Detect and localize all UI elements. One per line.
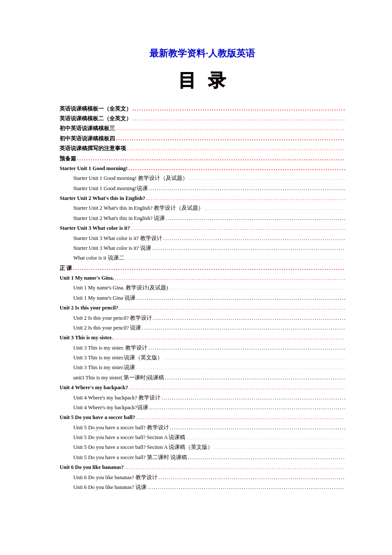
toc-entry[interactable]: Starter Unit 3 What color is it? 说课 bbox=[60, 243, 345, 252]
toc-entry[interactable]: 正 课 bbox=[60, 263, 345, 272]
toc-entry-label: Unit 1 My name's Gina. 教学设计(及试题) bbox=[73, 285, 168, 291]
toc-leader bbox=[159, 474, 345, 479]
toc-leader bbox=[129, 165, 346, 170]
toc-leader bbox=[116, 125, 345, 130]
toc-leader bbox=[127, 145, 345, 150]
toc-entry[interactable]: Unit 3 This is my sister.说课（英文版） bbox=[60, 352, 345, 362]
toc-entry[interactable]: 英语说课稿模板二（全英文） bbox=[60, 113, 345, 123]
toc-heading: 目 录 bbox=[60, 67, 345, 93]
toc-entry-label: Unit 4 Where's my backpack? 教学设计 bbox=[73, 395, 161, 401]
toc-heading-char-2: 录 bbox=[208, 68, 226, 92]
toc-heading-char-1: 目 bbox=[179, 68, 196, 92]
toc-leader bbox=[115, 275, 345, 280]
toc-entry-label: unit3 This is my sister( 第一课时)说课稿 bbox=[73, 375, 164, 381]
toc-entry-label: 英语说课稿撰写的注意事项 bbox=[60, 146, 126, 151]
toc-entry[interactable]: Starter Unit 2 What's this in English? 教… bbox=[60, 203, 345, 213]
toc-entry[interactable]: Unit 5 Do you have a soccer ball? Sectio… bbox=[60, 432, 345, 442]
toc-entry[interactable]: Unit 4 Where's my backpack? 教学设计 bbox=[60, 392, 345, 402]
toc-entry[interactable]: Unit 6 Do you like bananas? bbox=[60, 462, 345, 472]
toc-entry-label: Unit 4 Where's my backpack? bbox=[60, 385, 128, 390]
toc-entry-label: Unit 5 Do you have a soccer ball? 第二课时 说… bbox=[73, 455, 187, 460]
document-main-title: 最新教学资料·人教版英语 bbox=[60, 47, 345, 60]
toc-entry[interactable]: Starter Unit 3 What color is it? bbox=[60, 223, 345, 233]
toc-leader bbox=[148, 344, 345, 350]
toc-leader bbox=[149, 185, 345, 190]
toc-entry-label: Starter Unit 2 What's this in English? 说… bbox=[73, 216, 165, 221]
toc-entry-label: Starter Unit 2 What's this in English? bbox=[60, 196, 145, 201]
toc-entry[interactable]: Unit 2 Is this your pencil? 教学设计 bbox=[60, 312, 345, 322]
toc-entry-label: Starter Unit 3 What color is it? 说课 bbox=[73, 246, 151, 251]
toc-leader bbox=[125, 254, 345, 260]
toc-entry-label: Starter Unit 1 Good morning! 教学设计（及试题） bbox=[73, 176, 188, 181]
toc-entry-label: Unit 5 Do you have a soccer ball? Sectio… bbox=[73, 435, 185, 440]
toc-leader bbox=[119, 304, 345, 310]
toc-leader bbox=[131, 225, 345, 230]
toc-entry[interactable]: Unit 5 Do you have a soccer ball? 教学设计 bbox=[60, 422, 345, 432]
toc-entry[interactable]: Unit 1 My name's Gina. 教学设计(及试题) bbox=[60, 283, 345, 292]
toc-entry[interactable]: Starter Unit 2 What's this in English? bbox=[60, 193, 345, 202]
toc-leader bbox=[165, 374, 345, 379]
toc-entry[interactable]: Starter Unit 2 What's this in English? 说… bbox=[60, 213, 345, 223]
toc-leader bbox=[166, 214, 345, 220]
toc-entry[interactable]: Unit 5 Do you have a soccer ball? 第二课时 说… bbox=[60, 452, 345, 462]
toc-entry-label: Starter Unit 1 Good morning! bbox=[60, 166, 128, 171]
toc-entry-label: Unit 2 Is this your pencil? 教学设计 bbox=[73, 315, 152, 321]
toc-entry[interactable]: Unit 6 Do you like bananas? 说课 bbox=[60, 482, 345, 491]
toc-entry-label: Unit 5 Do you have a soccer ball? Sectio… bbox=[73, 445, 213, 450]
toc-entry-label: Unit 1 My name's Gina. bbox=[60, 275, 114, 281]
toc-entry[interactable]: Unit 1 My name's Gina. bbox=[60, 272, 345, 282]
toc-entry[interactable]: Unit 3 This is my sister. 教学设计 bbox=[60, 342, 345, 352]
toc-leader bbox=[136, 414, 345, 419]
toc-entry[interactable]: Unit 3 This is my sister. bbox=[60, 332, 345, 342]
toc-entry[interactable]: 英语说课稿撰写的注意事项 bbox=[60, 143, 345, 153]
toc-entry-label: What color is it 说课二 bbox=[73, 255, 124, 261]
toc-entry[interactable]: Starter Unit 3 What color is it? 教学设计 bbox=[60, 233, 345, 243]
toc-leader bbox=[116, 135, 345, 140]
toc-entry[interactable]: Unit 2 Is this your pencil? 说课 bbox=[60, 322, 345, 332]
toc-entry[interactable]: Unit 2 Is this your pencil? bbox=[60, 303, 345, 312]
toc-entry[interactable]: 英语说课稿模板一（全英文） bbox=[60, 103, 345, 113]
toc-entry[interactable]: Unit 3 This is my sister.说课 bbox=[60, 362, 345, 372]
toc-entry-label: Starter Unit 1 Good morning!说课 bbox=[73, 186, 148, 191]
toc-entry-label: Unit 6 Do you like bananas? bbox=[60, 465, 124, 470]
document-page: 最新教学资料·人教版英语 目 录 英语说课稿模板一（全英文）英语说课稿模板二（全… bbox=[0, 0, 392, 517]
toc-leader bbox=[186, 434, 345, 439]
toc-entry[interactable]: 预备篇 bbox=[60, 153, 345, 163]
toc-leader bbox=[153, 314, 345, 320]
toc-leader bbox=[113, 334, 345, 340]
toc-entry-label: Unit 3 This is my sister.说课（英文版） bbox=[73, 355, 163, 361]
toc-entry-label: Unit 5 Do you have a soccer ball? 教学设计 bbox=[73, 425, 169, 431]
toc-entry-label: Unit 4 Where's my backpack?说课 bbox=[73, 405, 148, 410]
toc-entry-label: Unit 6 Do you like bananas? 说课 bbox=[73, 485, 147, 490]
toc-leader bbox=[152, 244, 345, 250]
toc-leader bbox=[161, 394, 345, 399]
toc-entry[interactable]: What color is it 说课二 bbox=[60, 253, 345, 263]
toc-entry[interactable]: Unit 1 My name's Gina 说课 bbox=[60, 292, 345, 302]
toc-entry-label: 正 课 bbox=[60, 266, 72, 271]
toc-entry[interactable]: Unit 5 Do you have a soccer ball? Sectio… bbox=[60, 442, 345, 452]
toc-leader bbox=[214, 444, 345, 449]
toc-entry[interactable]: unit3 This is my sister( 第一课时)说课稿 bbox=[60, 372, 345, 382]
toc-entry-label: Unit 2 Is this your pencil? 说课 bbox=[73, 325, 141, 331]
toc-entry-label: Unit 5 Do you have a soccer ball? bbox=[60, 415, 135, 420]
toc-entry[interactable]: Unit 5 Do you have a soccer ball? bbox=[60, 412, 345, 422]
toc-entry[interactable]: 初中英语说课稿模板三 bbox=[60, 123, 345, 133]
toc-leader bbox=[133, 115, 345, 121]
toc-entry[interactable]: Unit 4 Where's my backpack? bbox=[60, 382, 345, 392]
toc-entry[interactable]: Unit 6 Do you like bananas? 教学设计 bbox=[60, 472, 345, 482]
toc-entry-label: Starter Unit 3 What color is it? 教学设计 bbox=[73, 236, 162, 241]
toc-entry[interactable]: Starter Unit 1 Good morning! bbox=[60, 163, 345, 173]
toc-entry[interactable]: Starter Unit 1 Good morning!说课 bbox=[60, 183, 345, 193]
toc-entry-label: Unit 3 This is my sister. 教学设计 bbox=[73, 345, 147, 351]
toc-entry-label: 预备篇 bbox=[60, 156, 76, 162]
toc-entry[interactable]: 初中英语说课稿模板四 bbox=[60, 133, 345, 143]
toc-leader bbox=[188, 454, 345, 459]
toc-leader bbox=[136, 294, 345, 300]
toc-leader bbox=[142, 324, 345, 330]
toc-leader bbox=[124, 464, 345, 469]
toc-entry-label: Unit 1 My name's Gina 说课 bbox=[73, 295, 135, 301]
toc-leader bbox=[73, 264, 345, 270]
toc-entry-label: 初中英语说课稿模板三 bbox=[60, 126, 115, 131]
toc-entry[interactable]: Starter Unit 1 Good morning! 教学设计（及试题） bbox=[60, 173, 345, 183]
toc-entry[interactable]: Unit 4 Where's my backpack?说课 bbox=[60, 402, 345, 412]
